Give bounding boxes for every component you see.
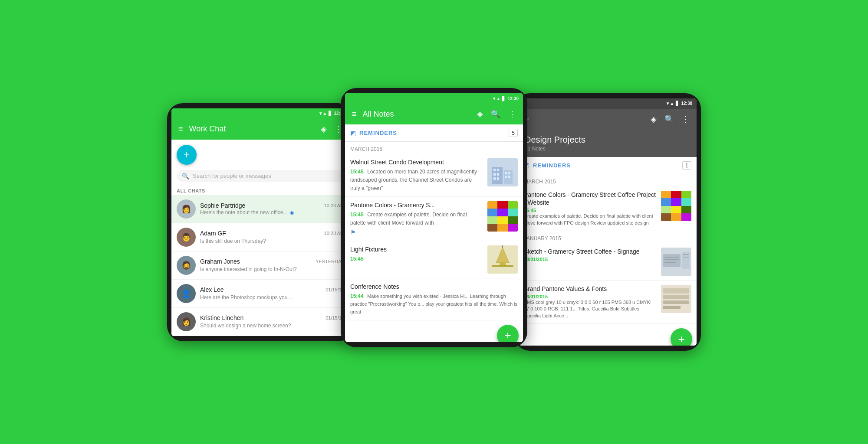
status-bar-1: ▼▲ ▋ 12:30 [171, 108, 349, 119]
battery-icon-2: ▋ [502, 96, 506, 101]
chat-item-kristine[interactable]: 👩 Kristine Linehen 01/15/15 Should we de… [171, 308, 349, 336]
note-content-sketch-3: Sketch - Gramercy Street Coffee - Signag… [524, 248, 657, 262]
chat-item-adam[interactable]: 👨 Adam GF 10:23 AM Is this still due on … [171, 223, 349, 251]
flag-icon-pantone: ⚑ [350, 229, 356, 236]
app-title-1: Work Chat [189, 124, 315, 134]
note-preview-pantone-2: Create examples of palette. Decide on fi… [350, 212, 467, 226]
chat-preview-kristine: Should we design a new home screen? [200, 323, 291, 329]
svg-rect-4 [497, 169, 499, 171]
svg-rect-3 [493, 169, 496, 171]
svg-rect-30 [663, 306, 681, 309]
all-chats-label: ALL CHATS [171, 186, 349, 195]
notebook-title-3: Design Projects [525, 135, 690, 145]
month-header-jan-3: JANUARY 2015 [519, 231, 697, 243]
chat-preview-sophie: Here's the note about the new office... [200, 209, 288, 215]
note-time-walnut: 15:45 [350, 169, 364, 175]
note-title-walnut: Walnut Street Condo Development [350, 158, 483, 166]
chat-preview-alex: Here are the Photoshop mockups you ... [200, 294, 293, 300]
chat-info-graham: Graham Jones YESTERDAY Is anyone interes… [200, 258, 344, 273]
chat-item-graham[interactable]: 🧔 Graham Jones YESTERDAY Is anyone inter… [171, 251, 349, 280]
evernote-icon-2[interactable]: ◈ [475, 108, 485, 120]
note-title-sketch-3: Sketch - Gramercy Street Coffee - Signag… [524, 248, 657, 255]
app-bar-1: ≡ Work Chat ◈ ⋮ [171, 119, 349, 140]
note-title-pantone-2: Pantone Colors - Gramercy S... [350, 201, 483, 209]
note-pantone-2[interactable]: Pantone Colors - Gramercy S... 15:45 Cre… [345, 197, 523, 241]
note-time-conference: 15:44 [350, 293, 364, 299]
chat-info-adam: Adam GF 10:23 AM Is this still due on Th… [200, 230, 344, 245]
note-light-fixtures[interactable]: Light Fixtures 15:45 [345, 241, 523, 278]
note-preview-pantone-3: Create examples of palette. Decide on fi… [524, 213, 657, 226]
chat-name-adam: Adam GF [200, 230, 226, 237]
search-icon-2[interactable]: 🔍 [489, 108, 502, 120]
phone-3: ▼▲ ▋ 12:30 ← ◈ 🔍 ⋮ Design Projects 11 N [514, 93, 701, 351]
note-sketch-3[interactable]: Sketch - Gramercy Street Coffee - Signag… [519, 243, 697, 281]
status-icons-3: ▼▲ ▋ 12:30 [666, 101, 692, 106]
note-content-conference: Conference Notes 15:44 Make something yo… [350, 283, 518, 316]
note-content-fixtures: Light Fixtures 15:45 [350, 245, 483, 262]
chat-name-alex: Alex Lee [200, 286, 224, 293]
search-bar-1[interactable]: 🔍 Search for people or messages [177, 170, 344, 182]
note-conference[interactable]: Conference Notes 15:44 Make something yo… [345, 278, 523, 320]
note-walnut[interactable]: Walnut Street Condo Development 15:45 Lo… [345, 154, 523, 197]
chat-preview-adam: Is this still due on Thursday? [200, 238, 266, 244]
more-icon-2[interactable]: ⋮ [506, 108, 518, 120]
svg-rect-19 [663, 254, 681, 267]
phone-1: ▼▲ ▋ 12:30 ≡ Work Chat ◈ ⋮ + [167, 103, 354, 341]
reminders-count-2: 5 [509, 129, 518, 137]
note-brand-3[interactable]: Brand Pantone Values & Fonts 16/01/2015 … [519, 281, 697, 324]
signal-icon-1: ▼▲ [319, 111, 327, 116]
svg-rect-29 [663, 300, 689, 304]
evernote-icon-3[interactable]: ◈ [649, 114, 658, 125]
reminders-bar-2[interactable]: ◩ REMINDERS 5 [345, 124, 523, 142]
svg-rect-9 [505, 172, 507, 174]
note-preview-walnut: Located on more than 20 acres of magnifi… [350, 169, 477, 191]
phone-1-screen: ▼▲ ▋ 12:30 ≡ Work Chat ◈ ⋮ + [171, 108, 349, 336]
attachment-icon-sophie: ◈ [289, 209, 294, 216]
note-time-pantone-2: 15:45 [350, 212, 364, 218]
note-title-pantone-3: Pantone Colors - Gramercy Street Coffee … [524, 191, 657, 206]
status-bar-2: ▼▲ ▋ 12:30 [345, 93, 523, 104]
notebook-count-3: 11 Notes [525, 146, 690, 152]
reminders-label-2: REMINDERS [359, 130, 505, 136]
note-thumb-walnut [487, 158, 518, 186]
app-title-2: All Notes [363, 110, 471, 119]
chat-fab-1[interactable]: + [177, 145, 197, 165]
more-icon-3[interactable]: ⋮ [680, 114, 691, 125]
note-preview-conference: Make something you wish existed - Jessic… [350, 294, 517, 315]
chat-name-graham: Graham Jones [200, 258, 240, 265]
app-bar-2: ≡ All Notes ◈ 🔍 ⋮ [345, 104, 523, 124]
chat-item-alex[interactable]: 👤 Alex Lee 01/15/15 Here are the Photosh… [171, 280, 349, 308]
note-content-walnut: Walnut Street Condo Development 15:45 Lo… [350, 158, 483, 192]
note-pantone-3[interactable]: Pantone Colors - Gramercy Street Coffee … [519, 186, 697, 231]
avatar-alex: 👤 [177, 284, 196, 303]
phone-2: ▼▲ ▋ 12:30 ≡ All Notes ◈ 🔍 ⋮ ◩ REMINDERS [341, 88, 527, 347]
note-title-fixtures: Light Fixtures [350, 245, 483, 253]
phone-2-screen: ▼▲ ▋ 12:30 ≡ All Notes ◈ 🔍 ⋮ ◩ REMINDERS [345, 93, 523, 342]
chat-info-sophie: Sophie Partridge 10:23 AM Here's the not… [200, 202, 344, 216]
fab-plus-icon-2: + [504, 329, 511, 342]
month-header-march-3: MARCH 2015 [519, 174, 697, 186]
note-time-sketch-3: 28/01/2015 [524, 257, 657, 262]
chat-info-alex: Alex Lee 01/15/15 Here are the Photoshop… [200, 286, 344, 301]
menu-icon-1[interactable]: ≡ [177, 124, 185, 134]
avatar-graham: 🧔 [177, 256, 196, 275]
evernote-icon-1[interactable]: ◈ [319, 124, 329, 135]
svg-rect-27 [663, 288, 689, 294]
status-icons-2: ▼▲ ▋ 12:30 [492, 96, 519, 101]
note-time-fixtures: 15:45 [350, 256, 364, 262]
reminders-bar-3[interactable]: ◩ REMINDERS 1 [519, 157, 697, 174]
note-thumb-brand-3 [661, 285, 691, 313]
chat-item-sophie[interactable]: 👩 Sophie Partridge 10:23 AM Here's the n… [171, 195, 349, 223]
chat-time-graham: YESTERDAY [316, 259, 344, 264]
status-bar-3: ▼▲ ▋ 12:30 [519, 98, 697, 109]
svg-rect-12 [508, 176, 510, 178]
fab-btn-3[interactable]: + [671, 328, 692, 346]
avatar-kristine: 👩 [177, 312, 196, 331]
search-icon-3[interactable]: 🔍 [663, 114, 676, 125]
search-placeholder-1: Search for people or messages [193, 173, 271, 179]
avatar-adam: 👨 [177, 228, 196, 247]
note-thumb-pantone-2 [487, 201, 518, 232]
menu-icon-2[interactable]: ≡ [350, 109, 358, 120]
fab-btn-2[interactable]: + [497, 325, 519, 342]
avatar-sophie: 👩 [177, 199, 196, 219]
